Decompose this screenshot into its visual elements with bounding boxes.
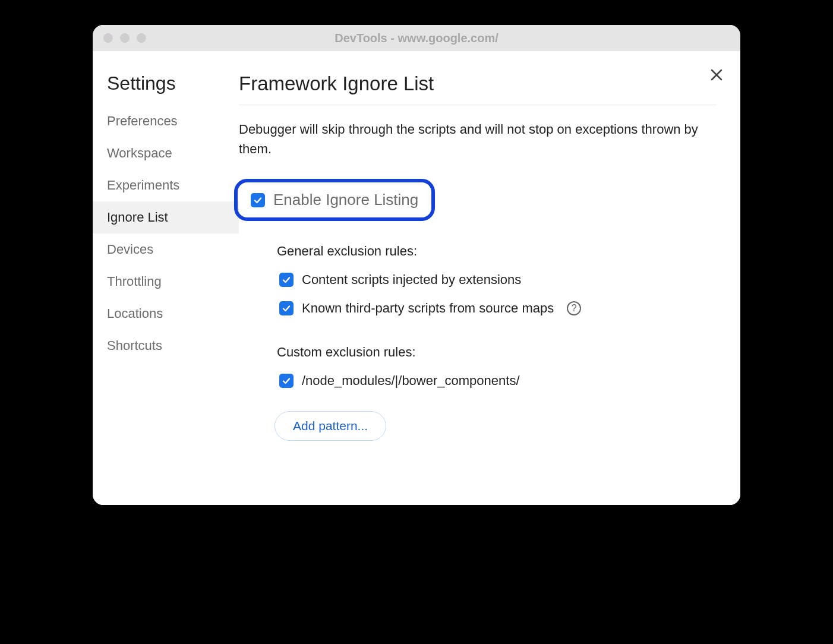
traffic-light-close[interactable]	[103, 33, 113, 43]
traffic-lights	[93, 33, 146, 43]
traffic-light-zoom[interactable]	[137, 33, 146, 43]
enable-ignore-listing-label: Enable Ignore Listing	[273, 191, 418, 209]
custom-rules-heading: Custom exclusion rules:	[277, 345, 717, 360]
sidebar-item-workspace[interactable]: Workspace	[93, 137, 239, 169]
general-rules-heading: General exclusion rules:	[277, 244, 717, 259]
help-icon[interactable]: ?	[567, 301, 581, 315]
traffic-light-minimize[interactable]	[120, 33, 130, 43]
rule-content-scripts-checkbox[interactable]	[279, 273, 294, 287]
content-area: Settings Preferences Workspace Experimen…	[93, 51, 740, 505]
rule-third-party-checkbox[interactable]	[279, 301, 294, 315]
main-panel: Framework Ignore List Debugger will skip…	[239, 51, 740, 505]
rule-custom-0: /node_modules/|/bower_components/	[279, 373, 717, 389]
rule-custom-0-label: /node_modules/|/bower_components/	[302, 373, 520, 389]
titlebar: DevTools - www.google.com/	[93, 25, 740, 51]
section-description: Debugger will skip through the scripts a…	[239, 119, 717, 159]
rule-content-scripts: Content scripts injected by extensions	[279, 272, 717, 288]
add-pattern-button[interactable]: Add pattern...	[274, 411, 386, 441]
section-title: Framework Ignore List	[239, 72, 717, 105]
enable-ignore-listing-highlight: Enable Ignore Listing	[234, 179, 435, 221]
sidebar-item-locations[interactable]: Locations	[93, 298, 239, 330]
sidebar-item-ignore-list[interactable]: Ignore List	[93, 201, 239, 233]
window: DevTools - www.google.com/ Settings Pref…	[93, 25, 740, 505]
sidebar-item-experiments[interactable]: Experiments	[93, 169, 239, 201]
window-title: DevTools - www.google.com/	[93, 31, 740, 45]
enable-ignore-listing-checkbox[interactable]	[251, 193, 265, 207]
close-icon[interactable]	[709, 68, 724, 85]
sidebar-item-devices[interactable]: Devices	[93, 233, 239, 266]
sidebar: Settings Preferences Workspace Experimen…	[93, 51, 239, 505]
sidebar-item-preferences[interactable]: Preferences	[93, 105, 239, 137]
sidebar-item-shortcuts[interactable]: Shortcuts	[93, 330, 239, 362]
rule-custom-0-checkbox[interactable]	[279, 374, 294, 388]
rule-content-scripts-label: Content scripts injected by extensions	[302, 272, 521, 288]
sidebar-item-throttling[interactable]: Throttling	[93, 266, 239, 298]
rule-third-party: Known third-party scripts from source ma…	[279, 301, 717, 316]
settings-title: Settings	[93, 72, 239, 105]
rule-third-party-label: Known third-party scripts from source ma…	[302, 301, 554, 316]
